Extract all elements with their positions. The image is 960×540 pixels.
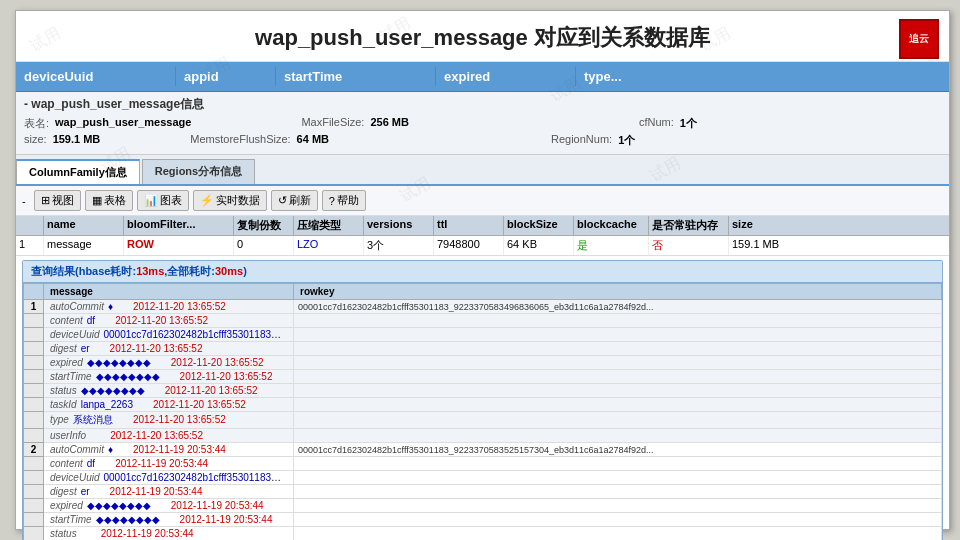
query-rowkey-cell — [294, 485, 942, 499]
page-title: wap_push_user_message 对应到关系数据库 — [255, 25, 710, 50]
col-header-deviceuuid: deviceUuid — [16, 67, 176, 86]
th-blockcache: blockcache — [574, 216, 649, 235]
query-message-cell: startTime◆◆◆◆◆◆◆◆2012-11-19 20:53:44 — [44, 513, 294, 527]
minus-icon: - — [22, 195, 26, 207]
query-rownum — [24, 485, 44, 499]
query-rownum: 2 — [24, 443, 44, 457]
tab-columnfamily[interactable]: ColumnFamily信息 — [16, 159, 140, 184]
tab-regions[interactable]: Regions分布信息 — [142, 159, 255, 184]
th-rownum — [24, 284, 44, 300]
query-message-cell: taskIdlanpa_22632012-11-20 13:65:52 — [44, 398, 294, 412]
query-message-cell: digester2012-11-20 13:65:52 — [44, 342, 294, 356]
info-maxfilesize: MaxFileSize: 256 MB — [301, 116, 409, 131]
query-rowkey-cell — [294, 398, 942, 412]
title-bar: wap_push_user_message 对应到关系数据库 追云 — [16, 11, 949, 62]
th-ttl: ttl — [434, 216, 504, 235]
query-message-cell: autoCommit♦2012-11-20 13:65:52 — [44, 300, 294, 314]
logo: 追云 — [899, 19, 939, 59]
th-copies: 复制份数 — [234, 216, 294, 235]
query-rownum — [24, 342, 44, 356]
info-size: size: 159.1 MB — [24, 133, 100, 148]
query-message-cell: contentdf2012-11-20 13:65:52 — [44, 314, 294, 328]
query-message-cell: autoCommit♦2012-11-19 20:53:44 — [44, 443, 294, 457]
cell-size: 159.1 MB — [729, 236, 799, 255]
cell-copies: 0 — [234, 236, 294, 255]
view-icon: ⊞ — [41, 194, 50, 207]
query-row: userInfo2012-11-20 13:65:52 — [24, 429, 942, 443]
th-blocksize: blockSize — [504, 216, 574, 235]
query-rownum — [24, 328, 44, 342]
query-row: status◆◆◆◆◆◆◆◆2012-11-20 13:65:52 — [24, 384, 942, 398]
query-rowkey-cell — [294, 328, 942, 342]
query-rowkey-cell — [294, 314, 942, 328]
col-header-type: type... — [576, 67, 949, 86]
query-row: deviceUuid00001cc7d162302482b1cfff353011… — [24, 471, 942, 485]
column-headers: deviceUuid appid startTime expired type.… — [16, 62, 949, 92]
query-row: startTime◆◆◆◆◆◆◆◆2012-11-20 13:65:52 — [24, 370, 942, 384]
query-rownum — [24, 471, 44, 485]
query-rowkey-cell — [294, 499, 942, 513]
btn-chart[interactable]: 📊 图表 — [137, 190, 189, 211]
btn-view[interactable]: ⊞ 视图 — [34, 190, 81, 211]
th-num — [16, 216, 44, 235]
info-row-2: size: 159.1 MB MemstoreFlushSize: 64 MB … — [24, 133, 941, 148]
info-regionnum: RegionNum: 1个 — [551, 133, 635, 148]
btn-refresh[interactable]: ↺ 刷新 — [271, 190, 318, 211]
info-section: - wap_push_user_message信息 表名: wap_push_u… — [16, 92, 949, 155]
cell-blocksize: 64 KB — [504, 236, 574, 255]
query-row: 1autoCommit♦2012-11-20 13:65:5200001cc7d… — [24, 300, 942, 314]
query-rowkey-cell — [294, 527, 942, 541]
query-rownum — [24, 513, 44, 527]
query-message-cell: status◆◆◆◆◆◆◆◆2012-11-20 13:65:52 — [44, 384, 294, 398]
realtime-icon: ⚡ — [200, 194, 214, 207]
query-rowkey-cell: 00001cc7d162302482b1cfff35301183_9223370… — [294, 443, 942, 457]
data-table-header: name bloomFilter... 复制份数 压缩类型 versions t… — [16, 216, 949, 236]
query-rowkey-cell: 00001cc7d162302482b1cfff35301183_9223370… — [294, 300, 942, 314]
cell-bloomfilter: ROW — [124, 236, 234, 255]
th-rowkey: rowkey — [294, 284, 942, 300]
query-row: deviceUuid00001cc7d162302482b1cfff353011… — [24, 328, 942, 342]
query-row: status2012-11-19 20:53:44 — [24, 527, 942, 541]
btn-table[interactable]: ▦ 表格 — [85, 190, 133, 211]
query-row: digester2012-11-19 20:53:44 — [24, 485, 942, 499]
query-rownum — [24, 412, 44, 429]
data-table-row: 1 message ROW 0 LZO 3个 7948800 64 KB 是 否… — [16, 236, 949, 256]
help-icon: ? — [329, 195, 335, 207]
th-message: message — [44, 284, 294, 300]
query-rownum — [24, 429, 44, 443]
query-rownum — [24, 384, 44, 398]
query-message-cell: type系统消息2012-11-20 13:65:52 — [44, 412, 294, 429]
th-bloomfilter: bloomFilter... — [124, 216, 234, 235]
query-rowkey-cell — [294, 342, 942, 356]
query-rowkey-cell — [294, 429, 942, 443]
cell-versions: 3个 — [364, 236, 434, 255]
btn-help[interactable]: ? 帮助 — [322, 190, 366, 211]
query-table: message rowkey 1autoCommit♦2012-11-20 13… — [23, 283, 942, 540]
cell-resident: 否 — [649, 236, 729, 255]
query-rowkey-cell — [294, 457, 942, 471]
col-header-starttime: startTime — [276, 67, 436, 86]
btn-realtime[interactable]: ⚡ 实时数据 — [193, 190, 267, 211]
cell-compression: LZO — [294, 236, 364, 255]
th-compression: 压缩类型 — [294, 216, 364, 235]
info-row-1: 表名: wap_push_user_message MaxFileSize: 2… — [24, 116, 941, 131]
th-versions: versions — [364, 216, 434, 235]
query-row: 2autoCommit♦2012-11-19 20:53:4400001cc7d… — [24, 443, 942, 457]
cell-num: 1 — [16, 236, 44, 255]
query-rownum — [24, 370, 44, 384]
query-title: 查询结果(hbase耗时:13ms,全部耗时:30ms) — [23, 261, 942, 283]
query-message-cell: deviceUuid00001cc7d162302482b1cfff353011… — [44, 328, 294, 342]
query-row: expired◆◆◆◆◆◆◆◆2012-11-20 13:65:52 — [24, 356, 942, 370]
chart-icon: 📊 — [144, 194, 158, 207]
query-row: contentdf2012-11-20 13:65:52 — [24, 314, 942, 328]
query-rownum — [24, 499, 44, 513]
th-name: name — [44, 216, 124, 235]
th-size: size — [729, 216, 799, 235]
query-rowkey-cell — [294, 471, 942, 485]
query-rownum — [24, 314, 44, 328]
query-message-cell: contentdf2012-11-19 20:53:44 — [44, 457, 294, 471]
th-resident: 是否常驻内存 — [649, 216, 729, 235]
info-memstore: MemstoreFlushSize: 64 MB — [190, 133, 329, 148]
toolbar: - ⊞ 视图 ▦ 表格 📊 图表 ⚡ 实时数据 ↺ 刷新 ? 帮助 — [16, 186, 949, 216]
query-message-cell: digester2012-11-19 20:53:44 — [44, 485, 294, 499]
